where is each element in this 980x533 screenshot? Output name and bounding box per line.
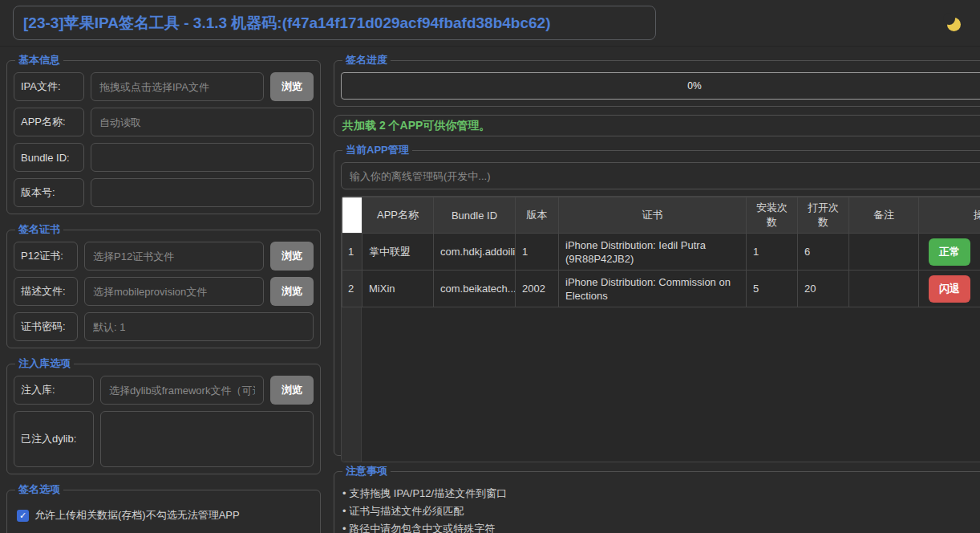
provision-input[interactable] [84, 277, 264, 306]
cert-password-input[interactable] [84, 312, 314, 341]
table-row[interactable]: 1 掌中联盟 com.hdkj.addoili... 1 iPhone Dist… [342, 234, 980, 271]
select-all-corner-cell[interactable] [342, 197, 362, 234]
cell-installs: 5 [747, 271, 798, 307]
status-crash-button[interactable]: 闪退 [929, 275, 970, 303]
col-actions: 操作 [919, 197, 980, 234]
app-name-input[interactable] [91, 108, 314, 136]
app-table: APP名称 Bundle ID 版本 证书 安装次数 打开次数 备注 操作 1 [342, 197, 980, 307]
inject-lib-input[interactable] [100, 376, 264, 405]
row-index: 1 [342, 234, 362, 271]
management-panel: 签名进度 0% 共加载 2 个APP可供你管理。 当前APP管理 [334, 53, 980, 533]
inject-browse-button[interactable]: 浏览 [270, 376, 314, 405]
allow-upload-label: 允许上传相关数据(存档)不勾选无法管理APP [34, 508, 240, 523]
col-version: 版本 [516, 197, 559, 234]
cert-password-label: 证书密码: [14, 312, 78, 341]
cell-installs: 1 [747, 234, 798, 271]
sign-options-legend: 签名选项 [15, 482, 63, 497]
version-label: 版本号: [14, 178, 84, 207]
note-item: 路径中请勿包含中文或特殊字符 [342, 520, 980, 533]
table-header-row: APP名称 Bundle ID 版本 证书 安装次数 打开次数 备注 操作 [342, 197, 980, 234]
provision-browse-button[interactable]: 浏览 [270, 277, 314, 306]
notes-list: 支持拖拽 IPA/P12/描述文件到窗口 证书与描述文件必须匹配 路径中请勿包含… [342, 485, 980, 533]
col-opens: 打开次数 [798, 197, 849, 234]
progress-legend: 签名进度 [342, 53, 391, 67]
signing-progress-bar: 0% [341, 72, 980, 100]
app-table-container: APP名称 Bundle ID 版本 证书 安装次数 打开次数 备注 操作 1 [341, 196, 980, 462]
ipa-file-label: IPA文件: [14, 72, 84, 101]
cell-version: 2002 [516, 271, 559, 307]
cell-remark [849, 234, 919, 271]
cell-actions: 闪退 [919, 271, 980, 307]
window-title: [23-3]苹果IPA签名工具 - 3.1.3 机器码:(f47a14f171d… [23, 13, 551, 34]
cell-app-name: MiXin [362, 271, 434, 307]
app-manage-section: 当前APP管理 APP名称 Bundle ID 版本 [334, 143, 980, 456]
basic-info-legend: 基本信息 [15, 53, 63, 67]
signing-form-panel: 基本信息 IPA文件: 浏览 APP名称: Bundle ID: 版本号: 签名… [6, 53, 321, 533]
basic-info-section: 基本信息 IPA文件: 浏览 APP名称: Bundle ID: 版本号: [6, 53, 321, 214]
note-item: 支持拖拽 IPA/P12/描述文件到窗口 [342, 485, 980, 502]
col-remark: 备注 [849, 197, 919, 234]
cell-bundle-id: com.hdkj.addoili... [434, 234, 516, 271]
cell-version: 1 [516, 234, 559, 271]
injected-dylib-label: 已注入dylib: [14, 411, 94, 467]
moon-icon[interactable] [947, 18, 961, 31]
cell-opens: 6 [798, 234, 849, 271]
col-bundle-id: Bundle ID [434, 197, 516, 234]
progress-section: 签名进度 0% [334, 53, 980, 107]
p12-cert-label: P12证书: [14, 242, 78, 271]
allow-upload-checkbox-row[interactable]: ✓ 允许上传相关数据(存档)不勾选无法管理APP [17, 508, 314, 523]
table-row[interactable]: 2 MiXin com.beikatech.... 2002 iPhone Di… [342, 271, 980, 307]
cell-bundle-id: com.beikatech.... [434, 271, 516, 307]
sign-options-section: 签名选项 ✓ 允许上传相关数据(存档)不勾选无法管理APP ✓ 注入管理库(勾选… [6, 482, 321, 533]
inject-legend: 注入库选项 [15, 356, 74, 371]
cell-actions: 正常 [919, 234, 980, 271]
certificate-legend: 签名证书 [15, 222, 63, 237]
injected-dylib-textarea[interactable] [100, 411, 314, 467]
cell-cert: iPhone Distribution: Iedil Putra (9R88P4… [559, 234, 747, 271]
window-title-box: [23-3]苹果IPA签名工具 - 3.1.3 机器码:(f47a14f171d… [13, 6, 656, 40]
col-installs: 安装次数 [747, 197, 798, 234]
loaded-apps-status: 共加载 2 个APP可供你管理。 [334, 115, 980, 136]
cell-cert: iPhone Distribution: Commission on Elect… [559, 271, 747, 307]
checkbox-checked-icon[interactable]: ✓ [17, 510, 29, 522]
certificate-section: 签名证书 P12证书: 浏览 描述文件: 浏览 证书密码: [6, 222, 321, 348]
col-cert: 证书 [559, 197, 747, 234]
cell-app-name: 掌中联盟 [362, 234, 434, 271]
bundle-id-label: Bundle ID: [14, 143, 84, 172]
status-normal-button[interactable]: 正常 [929, 238, 970, 266]
ipa-file-input[interactable] [91, 72, 264, 101]
inject-section: 注入库选项 注入库: 浏览 已注入dylib: [6, 356, 321, 474]
app-name-label: APP名称: [14, 108, 84, 136]
inject-lib-label: 注入库: [14, 376, 94, 405]
offline-code-input[interactable] [341, 162, 980, 189]
row-index: 2 [342, 271, 362, 307]
p12-cert-input[interactable] [84, 242, 264, 271]
provision-label: 描述文件: [14, 277, 78, 306]
cell-opens: 20 [798, 271, 849, 307]
version-input[interactable] [91, 178, 314, 207]
notes-section: 注意事项 支持拖拽 IPA/P12/描述文件到窗口 证书与描述文件必须匹配 路径… [334, 464, 980, 533]
title-bar: [23-3]苹果IPA签名工具 - 3.1.3 机器码:(f47a14f171d… [0, 0, 980, 47]
app-manage-legend: 当前APP管理 [342, 143, 412, 157]
notes-legend: 注意事项 [342, 464, 391, 478]
p12-browse-button[interactable]: 浏览 [270, 242, 314, 271]
bundle-id-input[interactable] [91, 143, 314, 172]
ipa-browse-button[interactable]: 浏览 [270, 72, 314, 101]
progress-percent: 0% [342, 73, 980, 99]
cell-remark [849, 271, 919, 307]
note-item: 证书与描述文件必须匹配 [342, 502, 980, 520]
col-app-name: APP名称 [362, 197, 434, 234]
